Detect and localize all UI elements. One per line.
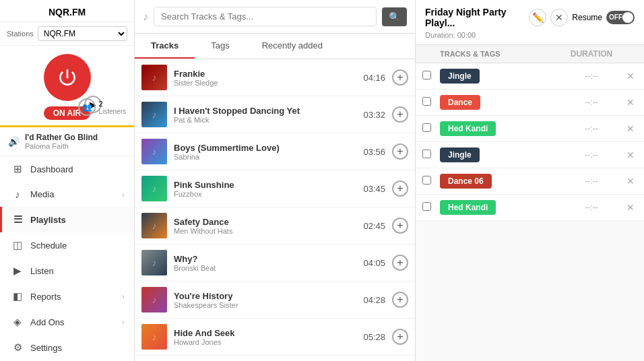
now-playing-artist: Paloma Faith: [25, 142, 98, 150]
checkbox-5[interactable]: [422, 202, 431, 211]
track-thumbnail: ♪: [141, 65, 167, 90]
track-thumbnail: ♪: [141, 213, 167, 238]
tab-tags[interactable]: Tags: [195, 34, 245, 59]
delete-row-button[interactable]: ✕: [626, 97, 635, 108]
add-track-button[interactable]: +: [392, 69, 408, 86]
playlist-duration: Duration: 00:00: [425, 31, 635, 39]
listeners-area: 👥 2 Listeners: [78, 98, 126, 116]
delete-row-button[interactable]: ✕: [626, 123, 635, 134]
table-row: ♪ Pink Sunshine Fuzzbox 03:45 +: [135, 170, 415, 207]
close-playlist-button[interactable]: ✕: [550, 9, 568, 26]
add-track-button[interactable]: +: [392, 106, 408, 123]
sidebar-item-listen[interactable]: ▶ Listen: [0, 258, 134, 284]
playlist-title: Friday Night Party Playl...: [425, 7, 523, 28]
tab-recently_added[interactable]: Recently added: [246, 34, 339, 59]
tag-badge[interactable]: Hed Kandi: [440, 200, 496, 215]
track-info: Frankie Sister Sledge: [174, 69, 352, 87]
delete-row-button[interactable]: ✕: [626, 176, 635, 187]
toggle-switch[interactable]: OFF: [606, 11, 635, 24]
row-delete: ✕: [624, 71, 637, 81]
list-item: Dance --:-- ✕: [416, 90, 644, 116]
table-row: ♪ Hide And Seek Howard Jones 05:28 +: [135, 319, 415, 356]
station-label: Stations: [7, 30, 34, 38]
track-info: I Haven't Stopped Dancing Yet Pat & Mick: [174, 106, 352, 124]
music-icon: ♪: [143, 11, 148, 23]
track-thumbnail: ♪: [141, 176, 167, 201]
header-duration: Duration: [565, 49, 618, 59]
dashboard-icon: ⊞: [11, 163, 24, 175]
tracks-list: ♪ Frankie Sister Sledge 04:16 + ♪ I Have…: [135, 59, 415, 361]
delete-row-button[interactable]: ✕: [626, 71, 635, 81]
track-title: Boys (Summertime Love): [174, 143, 352, 153]
track-artist: Fuzzbox: [174, 190, 352, 198]
track-duration: 04:28: [358, 295, 385, 305]
on-air-power-button[interactable]: [44, 54, 91, 101]
sidebar-item-label-schedule: Schedule: [30, 240, 67, 251]
app-name: NQR.FM: [0, 0, 134, 22]
track-info: You're History Shakespears Sister: [174, 291, 352, 309]
checkbox-4[interactable]: [422, 176, 431, 185]
checkbox-3[interactable]: [422, 150, 431, 158]
track-title: Why?: [174, 254, 352, 264]
playlists-icon: ☰: [11, 214, 24, 226]
search-bar: ♪ 🔍: [135, 0, 415, 34]
list-item: Hed Kandi --:-- ✕: [416, 116, 644, 142]
checkbox-2[interactable]: [422, 123, 431, 132]
track-duration: 03:45: [358, 184, 385, 194]
track-title: I Haven't Stopped Dancing Yet: [174, 106, 352, 116]
right-panel: Friday Night Party Playl... ✏️ ✕ Resume …: [415, 0, 644, 361]
tab-tracks[interactable]: Tracks: [135, 34, 195, 59]
playlist-actions: ✏️ ✕ Resume OFF: [529, 9, 635, 26]
sidebar-item-media[interactable]: ♪ Media ›: [0, 182, 134, 207]
tag-badge[interactable]: Dance: [440, 95, 480, 110]
delete-row-button[interactable]: ✕: [626, 202, 635, 213]
sidebar-item-schedule[interactable]: ◫ Schedule: [0, 232, 134, 258]
track-info: Safety Dance Men Without Hats: [174, 217, 352, 235]
listeners-info: 2 Listeners: [98, 100, 126, 115]
add-track-button[interactable]: +: [392, 143, 408, 160]
track-thumbnail: ♪: [141, 287, 167, 313]
tag-badge[interactable]: Jingle: [440, 69, 480, 84]
table-row: ♪ Don't Call Me Baby Voice Of The Beehiv…: [135, 356, 415, 361]
table-row: ♪ Why? Bronski Beat 04:05 +: [135, 244, 415, 282]
list-item: Hed Kandi --:-- ✕: [416, 195, 644, 221]
listeners-label: Listeners: [98, 108, 126, 115]
tag-badge[interactable]: Jingle: [440, 147, 480, 162]
sidebar-item-reports[interactable]: ◧ Reports ›: [0, 284, 134, 309]
row-duration: --:--: [565, 124, 618, 133]
add-track-button[interactable]: +: [392, 329, 408, 345]
add-track-button[interactable]: +: [392, 292, 408, 308]
sidebar-item-settings[interactable]: ⚙ Settings: [0, 335, 134, 360]
table-row: ♪ I Haven't Stopped Dancing Yet Pat & Mi…: [135, 96, 415, 133]
sidebar-item-addons[interactable]: ◈ Add Ons ›: [0, 309, 134, 335]
row-delete: ✕: [624, 123, 637, 134]
sidebar-item-dashboard[interactable]: ⊞ Dashboard: [0, 156, 134, 182]
edit-playlist-button[interactable]: ✏️: [529, 9, 546, 26]
add-track-button[interactable]: +: [392, 255, 408, 271]
row-delete: ✕: [624, 202, 637, 213]
checkbox-0[interactable]: [422, 71, 431, 79]
station-select[interactable]: NQR.FM: [38, 26, 127, 41]
playlist-header: Friday Night Party Playl... ✏️ ✕ Resume …: [416, 0, 644, 45]
tag-badge[interactable]: Hed Kandi: [440, 121, 496, 136]
tag-badge[interactable]: Dance 06: [440, 174, 492, 189]
checkbox-1[interactable]: [422, 97, 431, 106]
chevron-right-icon: ›: [122, 191, 125, 199]
list-item: Jingle --:-- ✕: [416, 63, 644, 90]
delete-row-button[interactable]: ✕: [626, 150, 635, 160]
search-button[interactable]: 🔍: [382, 7, 407, 26]
listen-icon: ▶: [11, 265, 24, 277]
search-input[interactable]: [154, 7, 377, 26]
sidebar-item-label-settings: Settings: [30, 343, 62, 353]
track-duration: 03:32: [358, 110, 385, 120]
add-track-button[interactable]: +: [392, 218, 408, 234]
track-thumbnail: ♪: [141, 250, 167, 275]
sidebar-item-playlists[interactable]: ☰ Playlists: [0, 207, 134, 232]
track-duration: 04:05: [358, 258, 385, 268]
toggle-state-label: OFF: [609, 13, 622, 21]
resume-toggle: Resume OFF: [572, 11, 635, 24]
track-thumbnail: ♪: [141, 102, 167, 127]
add-track-button[interactable]: +: [392, 180, 408, 197]
addons-icon: ◈: [11, 316, 24, 328]
track-duration: 03:56: [358, 147, 385, 157]
